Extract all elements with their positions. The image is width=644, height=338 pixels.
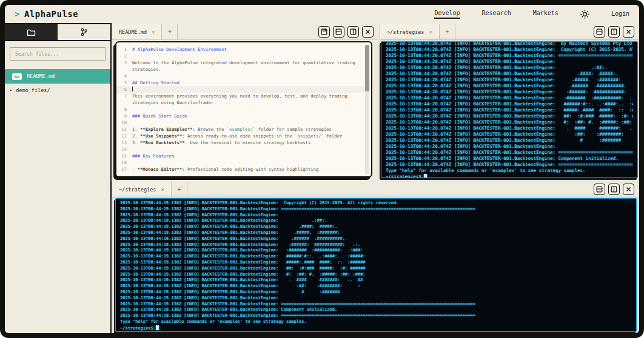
- terminal-log-line: 2025-10-13T00:44:19.138Z [INFO] BACKTEST…: [120, 313, 632, 319]
- editor-line-10: 10: [116, 119, 371, 126]
- close-panel-button[interactable]: [623, 184, 634, 195]
- terminal-top[interactable]: 2025-10-13T00:44:20.074Z [INFO] BACKTEST…: [381, 41, 638, 178]
- line-text: # AlphaPulse Development Environment: [132, 46, 371, 53]
- new-tab-button[interactable]: +: [162, 24, 178, 39]
- editor-line-5: 5## Getting Started: [116, 79, 371, 86]
- nav-item-research[interactable]: Research: [482, 10, 511, 19]
- terminal-log-line: 2025-10-13T00:44:20.074Z [INFO] BACKTEST…: [386, 131, 633, 138]
- sidebar-tab-files[interactable]: [5, 24, 58, 40]
- login-button[interactable]: Login: [611, 10, 629, 18]
- terminal-log-line: 2025-10-13T00:44:19.138Z [INFO] BACKTEST…: [120, 207, 632, 213]
- split-vertical-icon: [611, 186, 617, 193]
- terminal-log-line: 2025-10-13T00:44:20.074Z [INFO] BACKTEST…: [386, 71, 633, 77]
- split-vertical-button[interactable]: [347, 26, 359, 38]
- split-horizontal-icon: [596, 186, 603, 193]
- terminal-log-line: 2025-10-13T00:44:20.074Z [INFO] BACKTEST…: [386, 107, 633, 113]
- terminal-log-line: 2025-10-13T00:44:19.138Z [INFO] BACKTEST…: [120, 224, 632, 230]
- split-horizontal-icon: [596, 28, 603, 35]
- line-text: [132, 146, 371, 153]
- terminal-log-line: 2025-10-13T00:44:20.074Z [INFO] BACKTEST…: [386, 101, 633, 107]
- editor-line-11: 111. **Explore Examples**: Browse the `e…: [116, 126, 371, 133]
- terminal-prompt[interactable]: ~/strategies$: [386, 174, 633, 178]
- terminal-bottom-tabbar: ~/strategies × +: [112, 182, 639, 197]
- editor-line-15: 15### Key Features: [116, 153, 371, 159]
- close-panel-button[interactable]: [362, 26, 374, 38]
- search-input[interactable]: [10, 47, 106, 61]
- line-text: This environment provides everything you…: [132, 93, 371, 106]
- terminal-log-line: 2025-10-13T00:44:19.138Z [INFO] BACKTEST…: [120, 218, 632, 224]
- close-panel-button[interactable]: [623, 26, 634, 38]
- tab-close-icon[interactable]: ×: [429, 29, 432, 35]
- new-tab-button[interactable]: +: [440, 24, 455, 39]
- terminal-log-line: 2025-10-13T00:44:19.138Z [INFO] BACKTEST…: [120, 272, 632, 278]
- new-tab-button[interactable]: +: [172, 182, 187, 197]
- terminal-log-line: 2025-10-13T00:44:20.074Z [INFO] BACKTEST…: [386, 47, 633, 53]
- terminal-log-line: 2025-10-13T00:44:20.074Z [INFO] BACKTEST…: [386, 77, 633, 83]
- nav-items: DevelopResearchMarkets: [434, 10, 558, 19]
- code-editor[interactable]: 1# AlphaPulse Development Environment23W…: [115, 41, 372, 177]
- split-horizontal-button[interactable]: [333, 26, 344, 38]
- terminal-prompt[interactable]: ~/strategies$: [120, 325, 632, 332]
- terminal-log-line: 2025-10-13T00:44:19.138Z [INFO] BACKTEST…: [120, 200, 632, 207]
- editor-line-13: 133. **Run Backtests**: Use the terminal…: [116, 139, 371, 146]
- split-horizontal-button[interactable]: [594, 184, 605, 195]
- tab-terminal-bottom-label: ~/strategies: [119, 187, 156, 193]
- app-window: > AlphaPulse DevelopResearchMarkets: [5, 5, 639, 333]
- editor-line-3: 3Welcome to the AlphaPulse integrated de…: [116, 59, 371, 73]
- line-number: 7: [116, 93, 132, 106]
- terminal-log-line: 2025-10-13T00:44:19.138Z [INFO] BACKTEST…: [120, 236, 632, 242]
- top-nav: DevelopResearchMarkets Login: [434, 10, 629, 19]
- terminal-log-line: 2025-10-13T00:44:20.074Z [INFO] BACKTEST…: [386, 59, 633, 65]
- app-frame: > AlphaPulse DevelopResearchMarkets: [0, 0, 644, 338]
- theme-toggle-button[interactable]: [580, 10, 589, 19]
- git-branch-icon: [80, 28, 88, 36]
- editor-scrollbar-thumb[interactable]: [365, 45, 369, 91]
- line-text: 1. **Explore Examples**: Browse the `exa…: [132, 126, 371, 133]
- line-text: [132, 53, 371, 59]
- app-logo: > AlphaPulse: [15, 9, 78, 19]
- line-number: 4: [116, 73, 132, 79]
- terminal-bottom[interactable]: 2025-10-13T00:44:19.138Z [INFO] BACKTEST…: [115, 198, 637, 332]
- line-number: 5: [116, 79, 132, 86]
- split-vertical-button[interactable]: [608, 26, 620, 38]
- tab-readme[interactable]: README.md ×: [112, 24, 162, 39]
- terminal-help-line: Type "help" for available commands or 'e…: [120, 319, 632, 325]
- split-horizontal-button[interactable]: [594, 26, 605, 38]
- editor-panel-buttons: [318, 24, 378, 39]
- terminal-log-line: 2025-10-13T00:44:19.138Z [INFO] BACKTEST…: [120, 254, 632, 260]
- folder-item-demo_files[interactable]: ▸demo_files/: [5, 84, 110, 97]
- file-item-readme.md[interactable]: MDREADME.md: [5, 69, 110, 84]
- tab-terminal-top[interactable]: ~/strategies ×: [380, 24, 440, 39]
- line-number: 17: [116, 166, 132, 173]
- split-horizontal-icon: [335, 28, 342, 35]
- editor-line-4: 4: [116, 73, 371, 79]
- line-text: 3. **Run Backtests**: Use the terminal t…: [132, 139, 371, 146]
- terminal-log-line: 2025-10-13T00:44:19.138Z [INFO] BACKTEST…: [120, 307, 632, 313]
- line-number: 8: [116, 106, 132, 113]
- line-number: 12: [116, 133, 132, 139]
- line-text: [132, 86, 371, 93]
- terminal-bottom-panel-buttons: [594, 182, 639, 197]
- save-icon: [321, 28, 327, 35]
- terminal-log-line: 2025-10-13T00:44:19.138Z [INFO] BACKTEST…: [120, 283, 632, 290]
- tab-terminal-bottom[interactable]: ~/strategies ×: [112, 182, 172, 197]
- prompt-text: ~/strategies$: [120, 326, 156, 331]
- save-button[interactable]: [318, 26, 330, 38]
- sidebar-tab-git[interactable]: [58, 24, 110, 40]
- terminal-help-line: Type "help" for available commands or 'e…: [386, 168, 633, 174]
- nav-item-markets[interactable]: Markets: [533, 10, 558, 19]
- tab-close-icon[interactable]: ×: [161, 187, 164, 193]
- close-icon: [626, 29, 631, 35]
- tab-close-icon[interactable]: ×: [152, 29, 155, 35]
- split-vertical-button[interactable]: [608, 184, 620, 195]
- terminal-cursor: [424, 174, 427, 178]
- split-vertical-icon: [611, 28, 617, 35]
- terminal-log-line: 2025-10-13T00:44:20.074Z [INFO] BACKTEST…: [386, 65, 633, 71]
- line-number: 11: [116, 126, 132, 133]
- line-number: 3: [116, 59, 132, 73]
- nav-item-develop[interactable]: Develop: [434, 10, 460, 19]
- line-number: 9: [116, 113, 132, 119]
- terminal-log-line: 2025-10-13T00:44:19.138Z [INFO] BACKTEST…: [120, 302, 632, 308]
- terminal-top-panel-buttons: [594, 24, 639, 39]
- terminal-log-line: 2025-10-13T00:44:19.138Z [INFO] BACKTEST…: [120, 260, 632, 266]
